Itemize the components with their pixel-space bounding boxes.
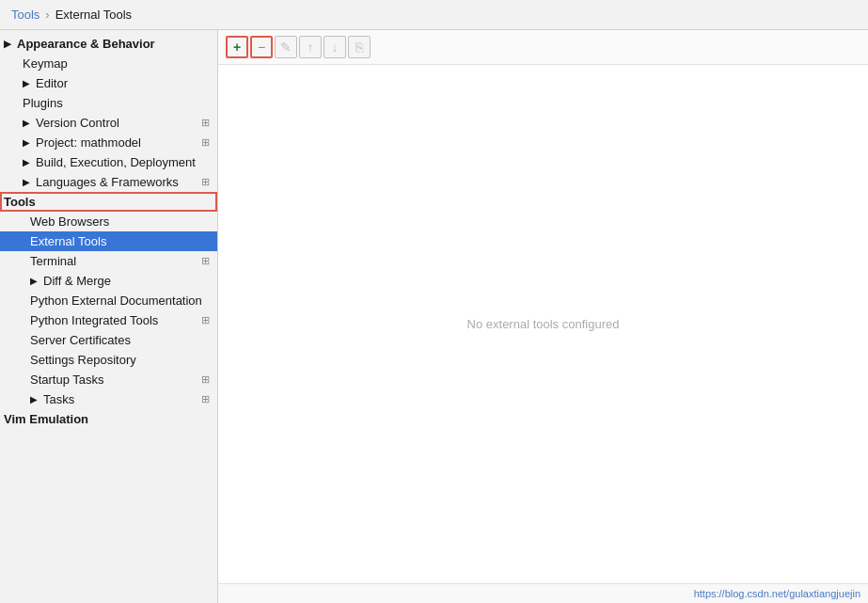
sidebar-item-python-int-tools[interactable]: Python Integrated Tools⊞ — [0, 310, 217, 330]
sidebar-item-label: Appearance & Behavior — [17, 37, 155, 51]
chevron-right-icon: ▶ — [4, 39, 11, 49]
sidebar-item-label: External Tools — [30, 234, 106, 248]
copy-button[interactable]: ⎘ — [348, 36, 371, 58]
sidebar-item-python-ext-doc[interactable]: Python External Documentation — [0, 291, 217, 310]
chevron-right-icon: ▶ — [23, 177, 30, 187]
sidebar-item-terminal[interactable]: Terminal⊞ — [0, 251, 217, 271]
settings-icon: ⊞ — [201, 255, 210, 267]
footer: https://blog.csdn.net/gulaxtiangjuejin — [218, 583, 868, 603]
settings-icon: ⊞ — [201, 373, 210, 386]
sidebar-item-label: Vim Emulation — [4, 412, 88, 426]
sidebar-item-label: Project: mathmodel — [36, 135, 141, 150]
sidebar: ▶Appearance & BehaviorKeymap▶EditorPlugi… — [0, 30, 218, 603]
sidebar-item-label: Web Browsers — [30, 214, 109, 229]
sidebar-item-startup-tasks[interactable]: Startup Tasks⊞ — [0, 370, 217, 389]
sidebar-item-appearance[interactable]: ▶Appearance & Behavior — [0, 34, 217, 54]
sidebar-item-server-certs[interactable]: Server Certificates — [0, 330, 217, 350]
sidebar-item-settings-repo[interactable]: Settings Repository — [0, 350, 217, 370]
toolbar: + − ✎ ↑ ↓ ⎘ — [218, 30, 868, 65]
chevron-right-icon: ▶ — [23, 137, 30, 148]
sidebar-item-web-browsers[interactable]: Web Browsers — [0, 212, 217, 231]
sidebar-item-label: Startup Tasks — [30, 373, 104, 387]
content-area: + − ✎ ↑ ↓ ⎘ No external tools configured… — [218, 30, 868, 603]
sidebar-item-label: Settings Repository — [30, 353, 136, 367]
main-layout: ▶Appearance & BehaviorKeymap▶EditorPlugi… — [0, 30, 868, 603]
remove-button[interactable]: − — [250, 36, 273, 58]
sidebar-item-label: Version Control — [36, 116, 119, 130]
sidebar-item-label: Terminal — [30, 254, 76, 268]
sidebar-item-diff-merge[interactable]: ▶Diff & Merge — [0, 271, 217, 291]
sidebar-item-label: Tasks — [43, 392, 74, 406]
sidebar-item-label: Tools — [4, 195, 36, 209]
sidebar-item-label: Diff & Merge — [43, 274, 111, 288]
empty-state: No external tools configured — [218, 65, 868, 583]
sidebar-item-label: Python External Documentation — [30, 294, 202, 308]
breadcrumb-separator: › — [45, 8, 49, 22]
sidebar-item-version-control[interactable]: ▶Version Control⊞ — [0, 113, 217, 133]
settings-icon: ⊞ — [201, 117, 210, 129]
sidebar-item-build[interactable]: ▶Build, Execution, Deployment — [0, 152, 217, 172]
sidebar-item-vim-emulation[interactable]: Vim Emulation — [0, 409, 217, 429]
footer-link[interactable]: https://blog.csdn.net/gulaxtiangjuejin — [694, 588, 860, 599]
chevron-right-icon: ▶ — [23, 157, 30, 167]
chevron-right-icon: ▶ — [30, 394, 38, 405]
sidebar-item-label: Languages & Frameworks — [36, 175, 179, 189]
sidebar-item-label: Python Integrated Tools — [30, 313, 158, 327]
chevron-right-icon: ▶ — [23, 78, 30, 88]
breadcrumb-current: External Tools — [55, 8, 132, 22]
empty-state-text: No external tools configured — [467, 317, 620, 331]
sidebar-item-label: Editor — [36, 76, 68, 90]
edit-button[interactable]: ✎ — [275, 36, 297, 58]
sidebar-item-languages[interactable]: ▶Languages & Frameworks⊞ — [0, 172, 217, 192]
sidebar-item-label: Build, Execution, Deployment — [36, 155, 196, 169]
sidebar-item-label: Plugins — [23, 96, 63, 110]
sidebar-item-tasks[interactable]: ▶Tasks⊞ — [0, 389, 217, 409]
sidebar-item-label: Server Certificates — [30, 333, 131, 347]
sidebar-item-editor[interactable]: ▶Editor — [0, 73, 217, 93]
breadcrumb: Tools › External Tools — [0, 0, 868, 30]
breadcrumb-tools[interactable]: Tools — [11, 8, 39, 22]
settings-icon: ⊞ — [201, 136, 210, 149]
settings-icon: ⊞ — [201, 176, 210, 188]
sidebar-item-keymap[interactable]: Keymap — [0, 54, 217, 73]
chevron-right-icon: ▶ — [23, 118, 30, 128]
settings-icon: ⊞ — [201, 314, 210, 326]
move-down-button[interactable]: ↓ — [324, 36, 346, 58]
sidebar-item-label: Keymap — [23, 56, 68, 71]
sidebar-item-project[interactable]: ▶Project: mathmodel⊞ — [0, 133, 217, 152]
sidebar-item-external-tools[interactable]: External Tools — [0, 231, 217, 251]
sidebar-item-plugins[interactable]: Plugins — [0, 93, 217, 113]
chevron-right-icon: ▶ — [30, 276, 38, 286]
add-button[interactable]: + — [226, 36, 248, 58]
move-up-button[interactable]: ↑ — [299, 36, 322, 58]
settings-icon: ⊞ — [201, 393, 210, 405]
sidebar-item-tools[interactable]: Tools — [0, 192, 217, 212]
